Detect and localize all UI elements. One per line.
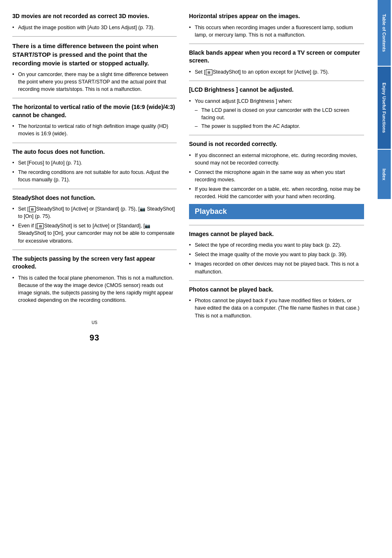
bullet-item: The horizontal to vertical ratio of high… (12, 123, 177, 137)
section-horizontal-stripes: Horizontal stripes appear on the images.… (189, 12, 364, 39)
heading-images-cannot-playback: Images cannot be played back. (189, 230, 364, 238)
sub-list-lcd: The LCD panel is closed on your camcorde… (195, 107, 364, 130)
divider (189, 81, 364, 81)
section-ratio: The horizontal to vertical ratio of the … (12, 103, 177, 137)
playback-banner: Playback (189, 204, 364, 219)
section-time-difference: There is a time difference between the p… (12, 42, 177, 93)
bullet-item: Adjust the image position with [Auto 3D … (12, 24, 177, 31)
sub-bullet-item: The power is supplied from the AC Adapto… (195, 123, 364, 130)
divider (189, 225, 364, 225)
bullet-item: Set [⊟SteadyShot] to [Active] or [Standa… (12, 205, 177, 220)
main-content: 3D movies are not recorded as correct 3D… (0, 0, 376, 558)
bullet-item: Select the type of recording media you w… (189, 241, 364, 249)
divider (12, 143, 177, 143)
section-black-bands: Black bands appear when you record a TV … (189, 49, 364, 76)
bullet-item: If you disconnect an external microphone… (189, 152, 364, 167)
bullet-item: Set [Focus] to [Auto] (p. 71). (12, 159, 177, 167)
section-3d-movies: 3D movies are not recorded as correct 3D… (12, 12, 177, 31)
heading-photos-cannot-playback: Photos cannot be played back. (189, 286, 364, 294)
bullets-lcd-brightness: You cannot adjust [LCD Brightness ] when… (189, 97, 364, 130)
steadyshot-icon-1: ⊟ (29, 206, 36, 212)
bullet-item: The recording conditions are not suitabl… (12, 169, 177, 183)
bullets-steadyshot: Set [⊟SteadyShot] to [Active] or [Standa… (12, 205, 177, 245)
camera-icon-2: 📷 (145, 223, 150, 229)
page-number-area: US 93 (12, 320, 177, 343)
section-photos-cannot-playback: Photos cannot be played back. Photos can… (189, 286, 364, 320)
bullets-photos-cannot-playback: Photos cannot be played back if you have… (189, 297, 364, 319)
page-container: 3D movies are not recorded as correct 3D… (0, 0, 392, 558)
heading-black-bands: Black bands appear when you record a TV … (189, 49, 364, 65)
divider (189, 135, 364, 135)
sidebar-tab-index-label: Index (382, 169, 387, 181)
bullets-time-difference: On your camcorder, there may be a slight… (12, 71, 177, 93)
heading-time-difference: There is a time difference between the p… (12, 42, 177, 67)
col-left: 3D movies are not recorded as correct 3D… (12, 12, 185, 546)
bullet-item: You cannot adjust [LCD Brightness ] when… (189, 97, 364, 130)
page-number: 93 (12, 333, 177, 343)
bullets-black-bands: Set [⊟SteadyShot] to an option except fo… (189, 68, 364, 76)
bullet-item: Even if [⊟SteadyShot] is set to [Active]… (12, 222, 177, 244)
heading-horizontal-stripes: Horizontal stripes appear on the images. (189, 12, 364, 21)
heading-steadyshot: SteadyShot does not function. (12, 194, 177, 202)
col-right: Horizontal stripes appear on the images.… (185, 12, 364, 546)
section-steadyshot: SteadyShot does not function. Set [⊟Stea… (12, 194, 177, 245)
sidebar-tab-toc-label: Table of Contents (382, 14, 387, 52)
bullet-item: Connect the microphone again in the same… (189, 169, 364, 183)
heading-sound-not-recorded: Sound is not recorded correctly. (189, 140, 364, 148)
bullets-auto-focus: Set [Focus] to [Auto] (p. 71). The recor… (12, 159, 177, 183)
bullets-horizontal-stripes: This occurs when recording images under … (189, 24, 364, 39)
heading-lcd-brightness: [LCD Brightness ] cannot be adjusted. (189, 86, 364, 94)
heading-ratio: The horizontal to vertical ratio of the … (12, 103, 177, 119)
divider (12, 189, 177, 189)
bullet-item: This is called the focal plane phenomeno… (12, 274, 177, 304)
sidebar-tab-enjoy[interactable]: Enjoy Useful Functions (378, 67, 391, 149)
camera-icon-1: 📷 (140, 206, 145, 213)
heading-3d-movies: 3D movies are not recorded as correct 3D… (12, 12, 177, 21)
divider (12, 250, 177, 250)
section-sound-not-recorded: Sound is not recorded correctly. If you … (189, 140, 364, 200)
bullets-images-cannot-playback: Select the type of recording media you w… (189, 241, 364, 276)
sidebar-tabs: Table of Contents Enjoy Useful Functions… (376, 0, 392, 558)
section-images-cannot-playback: Images cannot be played back. Select the… (189, 230, 364, 276)
bullets-sound-not-recorded: If you disconnect an external microphone… (189, 152, 364, 201)
bullet-item: Images recorded on other devices may not… (189, 260, 364, 275)
heading-subjects-passing: The subjects passing by the screen very … (12, 255, 177, 271)
section-lcd-brightness: [LCD Brightness ] cannot be adjusted. Yo… (189, 86, 364, 130)
bullet-item: This occurs when recording images under … (189, 24, 364, 39)
sidebar-tab-index[interactable]: Index (378, 150, 391, 199)
bullet-item: If you leave the camcorder on a table, e… (189, 185, 364, 200)
bullet-item: Select the image quality of the movie yo… (189, 251, 364, 258)
heading-auto-focus: The auto focus does not function. (12, 148, 177, 156)
steadyshot-icon-2: ⊟ (37, 223, 44, 229)
sidebar-tab-enjoy-label: Enjoy Useful Functions (382, 83, 387, 133)
sidebar-tab-toc[interactable]: Table of Contents (378, 0, 391, 66)
divider (12, 98, 177, 98)
steadyshot-icon-3: ⊟ (206, 69, 212, 75)
bullets-3d-movies: Adjust the image position with [Auto 3D … (12, 24, 177, 31)
bullets-subjects-passing: This is called the focal plane phenomeno… (12, 274, 177, 304)
section-subjects-passing: The subjects passing by the screen very … (12, 255, 177, 304)
bullet-item: On your camcorder, there may be a slight… (12, 71, 177, 93)
bullet-item: Photos cannot be played back if you have… (189, 297, 364, 319)
divider (12, 36, 177, 37)
divider (189, 44, 364, 44)
divider (189, 280, 364, 281)
page-number-label: US (12, 320, 177, 325)
bullet-item: Set [⊟SteadyShot] to an option except fo… (189, 68, 364, 76)
section-auto-focus: The auto focus does not function. Set [F… (12, 148, 177, 184)
bullets-ratio: The horizontal to vertical ratio of high… (12, 123, 177, 137)
sub-bullet-item: The LCD panel is closed on your camcorde… (195, 107, 364, 121)
